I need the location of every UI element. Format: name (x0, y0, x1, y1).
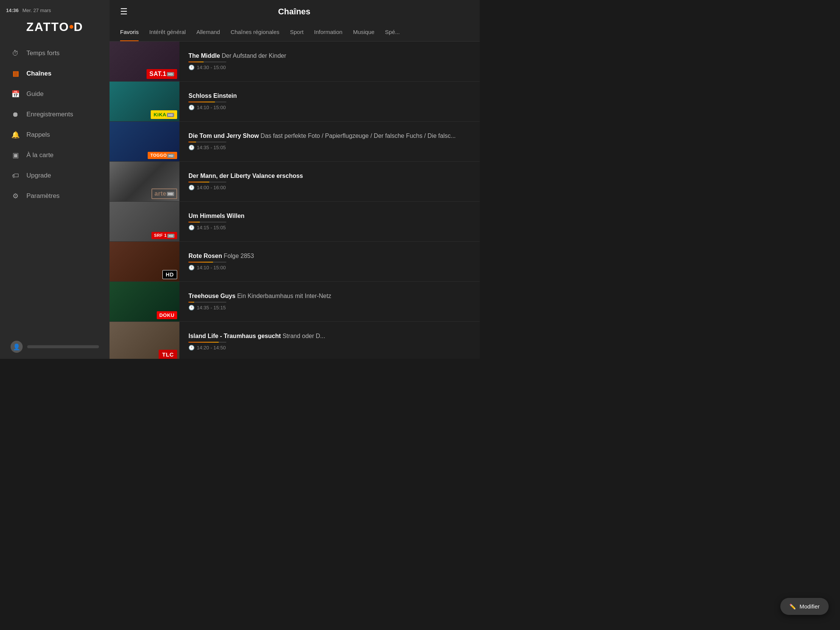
hd-badge: HD (167, 72, 174, 76)
channel-title: Treehouse Guys Ein Kinderbaumhaus mit In… (188, 293, 471, 300)
tab-special[interactable]: Spé... (385, 24, 399, 41)
channel-row[interactable]: DOKUTreehouse Guys Ein Kinderbaumhaus mi… (109, 282, 480, 322)
channel-thumb: arteHD (109, 162, 179, 201)
channel-thumb: DOKU (109, 282, 179, 321)
channel-progress-fill (188, 342, 219, 343)
channel-progress-bar (188, 182, 226, 182)
channel-title: The Middle Der Aufstand der Kinder (188, 52, 471, 59)
status-date: Mer. 27 mars (22, 8, 51, 13)
guide-icon: 📅 (11, 89, 21, 99)
time-value: 14:35 - 15:05 (197, 145, 226, 150)
channel-title: Rote Rosen Folge 2853 (188, 253, 471, 259)
sidebar-item-guide[interactable]: 📅Guide (0, 84, 109, 104)
sidebar: 14:36 Mer. 27 mars ZATTOD ⏱Temps forts▤C… (0, 0, 109, 359)
channel-progress-fill (188, 222, 200, 223)
clock-icon: 🕐 (188, 345, 194, 351)
sidebar-item-chaines[interactable]: ▤Chaînes (0, 63, 109, 84)
channel-progress-bar (188, 302, 226, 303)
tab-favoris[interactable]: Favoris (120, 24, 139, 41)
channel-progress-bar (188, 262, 226, 262)
time-value: 14:10 - 15:00 (197, 265, 226, 270)
channel-row[interactable]: SRF 1HDUm Himmels Willen🕐14:15 - 15:05 (109, 202, 480, 242)
chaines-label: Chaînes (27, 70, 51, 77)
page-title: Chaînes (137, 7, 452, 17)
app-logo: ZATTOD (0, 13, 109, 43)
clock-icon: 🕐 (188, 185, 194, 190)
sidebar-item-rappels[interactable]: 🔔Rappels (0, 125, 109, 145)
sidebar-item-a-la-carte[interactable]: ▣À la carte (0, 145, 109, 166)
channel-logo: SRF 1HD (152, 232, 177, 239)
channel-time: 🕐14:00 - 16:00 (188, 185, 471, 190)
channel-progress-bar (188, 62, 226, 62)
channel-title: Die Tom und Jerry Show Das fast perfekte… (188, 133, 471, 139)
channel-info: Um Himmels Willen🕐14:15 - 15:05 (179, 213, 480, 231)
channel-logo: DOKU (157, 311, 177, 319)
time-value: 14:00 - 16:00 (197, 185, 226, 190)
sidebar-item-enregistrements[interactable]: ⏺Enregistrements (0, 104, 109, 125)
main-header: ☰ Chaînes (109, 0, 480, 24)
channel-info: Rote Rosen Folge 2853🕐14:10 - 15:00 (179, 253, 480, 270)
rappels-icon: 🔔 (11, 130, 21, 140)
channel-subtitle: Folge 2853 (222, 253, 254, 259)
sidebar-item-upgrade[interactable]: 🏷Upgrade (0, 166, 109, 186)
hamburger-menu[interactable]: ☰ (120, 8, 128, 16)
time-value: 14:35 - 15:15 (197, 305, 226, 311)
channel-title: Der Mann, der Liberty Valance erschoss (188, 173, 471, 179)
channel-time: 🕐14:35 - 15:15 (188, 305, 471, 311)
sidebar-footer: 👤 (0, 335, 109, 359)
time-value: 14:10 - 15:00 (197, 105, 226, 110)
channel-row[interactable]: SAT.1HDThe Middle Der Aufstand der Kinde… (109, 41, 480, 82)
parametres-icon: ⚙ (11, 191, 21, 201)
sidebar-nav: ⏱Temps forts▤Chaînes📅Guide⏺Enregistremen… (0, 43, 109, 206)
a-la-carte-label: À la carte (27, 152, 54, 159)
channel-title: Island Life - Traumhaus gesucht Strand o… (188, 333, 471, 339)
hd-badge: HD (167, 234, 175, 238)
channel-time: 🕐14:15 - 15:05 (188, 225, 471, 231)
channel-row[interactable]: TOGGOHDDie Tom und Jerry Show Das fast p… (109, 122, 480, 162)
tab-nav: FavorisIntérêt généralAllemandChaînes ré… (109, 24, 480, 41)
channel-thumb: TLC (109, 322, 179, 359)
channel-subtitle: Das fast perfekte Foto / Papierflugzeuge… (259, 133, 455, 139)
channel-row[interactable]: KiKAHDSchloss Einstein🕐14:10 - 15:00 (109, 82, 480, 122)
sidebar-item-parametres[interactable]: ⚙Paramètres (0, 186, 109, 206)
channel-title: Um Himmels Willen (188, 213, 471, 219)
tab-musique[interactable]: Musique (353, 24, 375, 41)
user-bar (27, 345, 99, 348)
channel-logo: TOGGOHD (148, 152, 177, 159)
sidebar-item-temps-forts[interactable]: ⏱Temps forts (0, 43, 109, 63)
channel-progress-fill (188, 102, 215, 103)
time-value: 14:30 - 15:00 (197, 65, 226, 70)
channel-thumb: SRF 1HD (109, 202, 179, 242)
channel-time: 🕐14:35 - 15:05 (188, 145, 471, 150)
channel-thumb: TOGGOHD (109, 122, 179, 161)
guide-label: Guide (27, 90, 43, 98)
channel-progress-fill (188, 62, 204, 62)
channel-progress-fill (188, 262, 213, 262)
tab-chaines-regionales[interactable]: Chaînes régionales (231, 24, 279, 41)
tab-information[interactable]: Information (314, 24, 343, 41)
clock-icon: 🕐 (188, 225, 194, 231)
channel-progress-bar (188, 142, 226, 142)
channel-list[interactable]: SAT.1HDThe Middle Der Aufstand der Kinde… (109, 41, 480, 359)
tab-sport[interactable]: Sport (290, 24, 304, 41)
hd-badge: HD (167, 192, 174, 196)
time-value: 14:15 - 15:05 (197, 225, 226, 231)
channel-thumb: HD (109, 242, 179, 281)
channel-info: Schloss Einstein🕐14:10 - 15:00 (179, 93, 480, 110)
user-avatar[interactable]: 👤 (11, 341, 23, 353)
tab-interet-general[interactable]: Intérêt général (149, 24, 186, 41)
clock-icon: 🕐 (188, 145, 194, 150)
enregistrements-icon: ⏺ (11, 109, 21, 119)
channel-progress-bar (188, 342, 226, 343)
parametres-label: Paramètres (27, 192, 60, 200)
channel-row[interactable]: HDRote Rosen Folge 2853🕐14:10 - 15:00 (109, 242, 480, 282)
channel-logo: SAT.1HD (147, 69, 177, 79)
channel-info: The Middle Der Aufstand der Kinder🕐14:30… (179, 52, 480, 70)
channel-row[interactable]: TLCIsland Life - Traumhaus gesucht Stran… (109, 322, 480, 359)
channel-progress-fill (188, 142, 196, 142)
tab-allemand[interactable]: Allemand (196, 24, 220, 41)
upgrade-icon: 🏷 (11, 171, 21, 180)
main-content: ☰ Chaînes FavorisIntérêt généralAllemand… (109, 0, 480, 359)
channel-row[interactable]: arteHDDer Mann, der Liberty Valance ersc… (109, 162, 480, 202)
temps-forts-icon: ⏱ (11, 48, 21, 58)
